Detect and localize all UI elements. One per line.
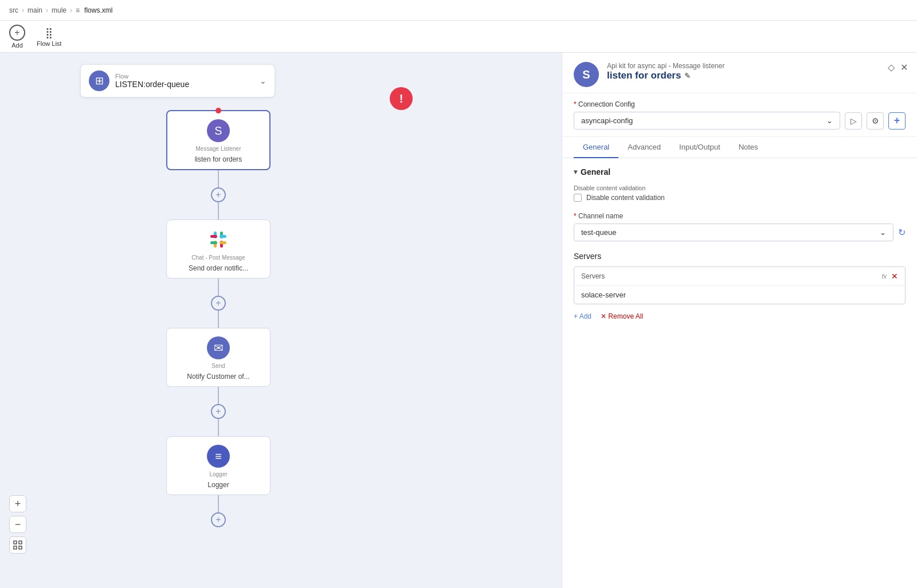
config-settings-button[interactable]: ⚙ <box>867 112 884 130</box>
servers-box-actions: fx ✕ <box>881 272 898 281</box>
tab-notes[interactable]: Notes <box>730 137 767 158</box>
node-type-2: Chat - Post Message <box>191 254 245 261</box>
servers-label: Servers <box>574 252 906 261</box>
node-type-3: Send <box>211 363 225 369</box>
panel-content: ▾ General Disable content validation Dis… <box>562 158 917 588</box>
sep3: › <box>70 6 72 14</box>
svg-rect-9 <box>19 541 22 544</box>
node-chat-post[interactable]: Chat - Post Message Send order notific..… <box>166 219 271 279</box>
connector-4 <box>218 495 219 512</box>
panel-tabs: General Advanced Input/Output Notes <box>562 137 917 158</box>
refresh-button[interactable]: ↻ <box>898 227 906 238</box>
zoom-controls: + − <box>9 495 26 554</box>
breadcrumb-filename: flows.xml <box>84 6 112 14</box>
channel-name-select[interactable]: test-queue ⌄ <box>574 224 894 241</box>
flow-list-icon: ⣿ <box>45 26 53 39</box>
panel-header: S Api kit for async api - Message listen… <box>562 53 917 93</box>
svg-rect-4 <box>210 235 217 238</box>
connection-config-section: * Connection Config asyncapi-config ⌄ ▷ … <box>562 93 917 137</box>
servers-box-header-label: Servers <box>581 272 605 280</box>
fit-button[interactable] <box>9 536 26 554</box>
chat-post-icon <box>207 228 230 251</box>
toolbar: + Add ⣿ Flow List <box>0 21 917 53</box>
node-logger[interactable]: ≡ Logger Logger <box>166 436 271 495</box>
server-value: solace-server <box>581 291 626 299</box>
server-remove-button[interactable]: ✕ <box>891 272 898 281</box>
connection-config-row: asyncapi-config ⌄ ▷ ⚙ + <box>574 112 906 130</box>
node-name-4: Logger <box>207 481 229 489</box>
svg-rect-11 <box>19 546 22 549</box>
node-name-3: Notify Customer of... <box>187 373 249 381</box>
svg-rect-8 <box>14 541 17 544</box>
breadcrumb-main[interactable]: main <box>28 6 42 14</box>
server-item: solace-server <box>574 286 905 304</box>
connection-config-label: * Connection Config <box>574 100 906 108</box>
add-server-link[interactable]: + Add <box>574 312 591 320</box>
panel-title-area: Api kit for async api - Message listener… <box>607 62 906 81</box>
disable-validation-checkbox[interactable] <box>574 194 582 202</box>
servers-box: Servers fx ✕ solace-server <box>574 266 906 304</box>
send-icon: ✉ <box>207 336 230 359</box>
section-chevron-icon: ▾ <box>574 168 577 176</box>
node-message-listener[interactable]: S Message Listener listen for orders <box>166 110 271 170</box>
disable-validation-label: Disable content validation <box>574 185 906 191</box>
add-between-3-4[interactable]: + <box>211 404 226 419</box>
breadcrumb-mule[interactable]: mule <box>52 6 66 14</box>
add-icon: + <box>9 25 25 41</box>
remove-all-link[interactable]: ✕ Remove All <box>601 312 643 320</box>
run-button[interactable]: ▷ <box>845 112 862 130</box>
flow-card-text: Flow LISTEN:order-queue <box>115 73 189 89</box>
add-after-4[interactable]: + <box>211 512 226 527</box>
node-send[interactable]: ✉ Send Notify Customer of... <box>166 328 271 387</box>
svg-rect-6 <box>210 241 217 244</box>
tab-general[interactable]: General <box>574 137 618 158</box>
connector-2b <box>218 311 219 328</box>
main-layout: ⊞ Flow LISTEN:order-queue ⌄ ! S Message … <box>0 53 917 588</box>
add-button[interactable]: + Add <box>9 25 25 49</box>
servers-box-header: Servers fx ✕ <box>574 267 905 286</box>
svg-rect-5 <box>220 235 226 238</box>
bottom-actions: + Add ✕ Remove All <box>574 312 906 320</box>
close-button[interactable]: ✕ <box>900 62 908 73</box>
zoom-out-button[interactable]: − <box>9 516 26 533</box>
flow-list-label: Flow List <box>37 40 61 47</box>
checkbox-label: Disable content validation <box>586 194 665 202</box>
fx-button[interactable]: fx <box>881 273 887 280</box>
sep1: › <box>22 6 24 14</box>
panel-main-text: listen for orders <box>607 70 681 81</box>
tab-input-output[interactable]: Input/Output <box>670 137 730 158</box>
node-type-1: Message Listener <box>196 146 241 152</box>
connector-1b <box>218 202 219 219</box>
connector-3b <box>218 419 219 436</box>
panel-actions: ◇ ✕ <box>888 62 908 73</box>
settings-icon-button[interactable]: ◇ <box>888 62 895 73</box>
add-between-1-2[interactable]: + <box>211 187 226 202</box>
flow-name: LISTEN:order-queue <box>115 80 189 89</box>
flow-list-button[interactable]: ⣿ Flow List <box>37 26 61 47</box>
error-badge: ! <box>390 87 413 110</box>
edit-icon[interactable]: ✎ <box>684 72 691 80</box>
servers-section: Servers Servers fx ✕ solace-server + Add <box>574 252 906 320</box>
channel-name-row: test-queue ⌄ ↻ <box>574 224 906 241</box>
svg-rect-10 <box>14 546 17 549</box>
breadcrumb-src[interactable]: src <box>9 6 18 14</box>
section-header-general[interactable]: ▾ General <box>574 167 906 177</box>
connection-config-select[interactable]: asyncapi-config ⌄ <box>574 112 840 130</box>
connection-config-value: asyncapi-config <box>581 116 633 125</box>
logger-icon: ≡ <box>207 445 230 468</box>
flow-card-chevron[interactable]: ⌄ <box>260 76 267 85</box>
field-disable-validation: Disable content validation Disable conte… <box>574 185 906 202</box>
flow-nodes: S Message Listener listen for orders + <box>166 110 271 527</box>
right-panel: S Api kit for async api - Message listen… <box>562 53 917 588</box>
canvas-area[interactable]: ⊞ Flow LISTEN:order-queue ⌄ ! S Message … <box>0 53 562 588</box>
node-type-4: Logger <box>209 471 227 477</box>
tab-advanced[interactable]: Advanced <box>618 137 670 158</box>
add-between-2-3[interactable]: + <box>211 296 226 311</box>
file-icon: ≡ <box>76 6 80 14</box>
zoom-in-button[interactable]: + <box>9 495 26 512</box>
add-config-button[interactable]: + <box>888 112 906 130</box>
flow-type-label: Flow <box>115 73 189 80</box>
panel-title-main: listen for orders ✎ <box>607 70 906 81</box>
section-title: General <box>581 167 610 177</box>
flow-card[interactable]: ⊞ Flow LISTEN:order-queue ⌄ <box>80 64 275 97</box>
